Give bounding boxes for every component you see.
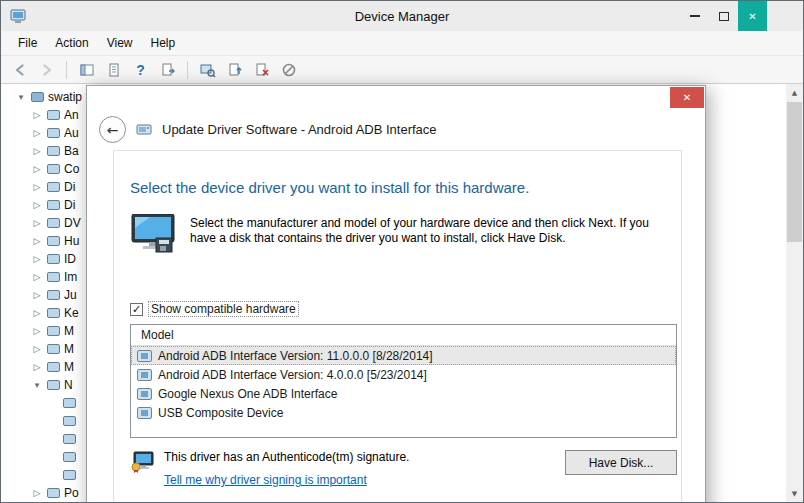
- close-icon: ✕: [748, 11, 756, 22]
- export-list-icon: [160, 62, 176, 78]
- tree-expander-icon[interactable]: ▷: [31, 218, 43, 228]
- network-adapter-icon: [63, 452, 76, 462]
- caption-buttons: ✕: [680, 1, 767, 31]
- android-device-icon: [47, 110, 60, 120]
- network-adapter-icon: [63, 470, 76, 480]
- portable-device-icon: [47, 488, 60, 498]
- driver-option-row[interactable]: Android ADB Interface Version: 4.0.0.0 […: [131, 365, 676, 384]
- driver-option-row[interactable]: Android ADB Interface Version: 11.0.0.0 …: [131, 346, 676, 365]
- properties-button[interactable]: [101, 58, 126, 81]
- close-window-button[interactable]: ✕: [738, 1, 767, 31]
- tree-expander-icon[interactable]: ▷: [31, 110, 43, 120]
- driver-install-icon: [130, 214, 176, 256]
- network-adapter-icon: [63, 416, 76, 426]
- hid-icon: [47, 236, 60, 246]
- tree-expander-icon[interactable]: ▷: [31, 272, 43, 282]
- tree-expander-icon[interactable]: ▷: [31, 290, 43, 300]
- tree-item-label: Po: [64, 486, 79, 500]
- tree-expander-icon[interactable]: ▷: [31, 146, 43, 156]
- tree-item-label: Im: [64, 270, 77, 284]
- export-list-button[interactable]: [155, 58, 180, 81]
- toolbar-back-button[interactable]: [7, 58, 32, 81]
- tree-expander-icon[interactable]: ▷: [31, 254, 43, 264]
- signature-texts: This driver has an Authenticode(tm) sign…: [164, 450, 409, 487]
- show-compatible-label[interactable]: Show compatible hardware: [149, 302, 298, 316]
- menu-item[interactable]: View: [98, 36, 142, 50]
- dialog-header: ← Update Driver Software - Android ADB I…: [99, 116, 437, 143]
- scroll-up-button[interactable]: ▲: [786, 84, 803, 101]
- scroll-down-button[interactable]: ▼: [786, 485, 803, 502]
- update-driver-button[interactable]: [222, 58, 247, 81]
- driver-option-label: USB Composite Device: [158, 406, 283, 420]
- show-compatible-checkbox[interactable]: ✓: [130, 303, 143, 316]
- tree-item-label: Ba: [64, 144, 79, 158]
- back-button[interactable]: ←: [99, 116, 126, 143]
- tree-expander-icon[interactable]: ▷: [31, 200, 43, 210]
- have-disk-button[interactable]: Have Disk...: [565, 450, 677, 475]
- menu-item[interactable]: Action: [46, 36, 97, 50]
- tree-expander-icon[interactable]: ▷: [31, 344, 43, 354]
- tree-item-label: Ke: [64, 306, 79, 320]
- tree-item-label: M: [64, 342, 74, 356]
- network-adapter-icon: [63, 434, 76, 444]
- driver-option-row[interactable]: USB Composite Device: [131, 403, 676, 422]
- toolbar: ?: [1, 56, 803, 84]
- disk-drive-icon: [47, 182, 60, 192]
- toolbar-forward-button[interactable]: [34, 58, 59, 81]
- tree-expander-icon[interactable]: ▷: [31, 128, 43, 138]
- vertical-scrollbar[interactable]: ▲ ▼: [786, 84, 803, 502]
- signature-row: This driver has an Authenticode(tm) sign…: [130, 450, 677, 487]
- menu-bar: File Action View Help: [1, 31, 803, 56]
- device-manager-window: Device Manager ✕ File Action View Help: [0, 0, 804, 503]
- tree-expander-icon[interactable]: ▷: [31, 488, 43, 498]
- disable-icon: [281, 62, 297, 78]
- model-column-header[interactable]: Model: [131, 325, 676, 346]
- tree-item-label: ID: [64, 252, 76, 266]
- minimize-button[interactable]: [680, 1, 709, 31]
- tree-expander-icon[interactable]: ▷: [31, 182, 43, 192]
- title-bar[interactable]: Device Manager ✕: [1, 1, 803, 31]
- ide-controller-icon: [47, 254, 60, 264]
- signature-text: This driver has an Authenticode(tm) sign…: [164, 450, 409, 464]
- show-console-tree-button[interactable]: [74, 58, 99, 81]
- tree-expander-icon[interactable]: ▾: [15, 92, 27, 102]
- tree-expander-icon[interactable]: ▷: [31, 326, 43, 336]
- maximize-icon: [719, 12, 729, 21]
- driver-update-icon: [136, 122, 152, 137]
- toolbar-separator: [66, 61, 67, 79]
- tree-expander-icon[interactable]: ▷: [31, 236, 43, 246]
- disable-device-button[interactable]: [276, 58, 301, 81]
- uninstall-device-button[interactable]: [249, 58, 274, 81]
- usb-device-icon: [137, 407, 152, 419]
- page-heading: Select the device driver you want to ins…: [130, 179, 677, 196]
- wizard-content-pane: Select the device driver you want to ins…: [113, 150, 682, 503]
- adb-device-icon: [137, 350, 152, 362]
- update-driver-dialog: ✕ ← Update Driver Software - Android ADB…: [86, 85, 706, 503]
- driver-signing-link[interactable]: Tell me why driver signing is important: [164, 473, 367, 487]
- menu-item[interactable]: Help: [142, 36, 185, 50]
- tree-expander-icon[interactable]: ▾: [31, 380, 43, 390]
- monitor-icon: [47, 344, 60, 354]
- dialog-close-button[interactable]: ✕: [670, 87, 704, 108]
- instruction-text: Select the manufacturer and model of you…: [190, 214, 662, 256]
- maximize-button[interactable]: [709, 1, 738, 31]
- network-adapter-icon: [63, 398, 76, 408]
- tree-item-label: Di: [64, 180, 75, 194]
- check-icon: ✓: [132, 304, 141, 315]
- imaging-device-icon: [47, 272, 60, 282]
- tree-expander-icon[interactable]: ▷: [31, 362, 43, 372]
- scroll-thumb[interactable]: [787, 102, 802, 242]
- mouse-icon: [47, 326, 60, 336]
- back-arrow-icon: ←: [107, 122, 119, 138]
- scan-hardware-changes-button[interactable]: [195, 58, 220, 81]
- menu-item[interactable]: File: [9, 36, 46, 50]
- dialog-title: Update Driver Software - Android ADB Int…: [162, 122, 437, 137]
- back-arrow-icon: [12, 62, 28, 78]
- help-button[interactable]: ?: [128, 58, 153, 81]
- show-compatible-row: ✓ Show compatible hardware: [130, 302, 677, 316]
- driver-option-row[interactable]: Google Nexus One ADB Interface: [131, 384, 676, 403]
- uninstall-icon: [254, 62, 270, 78]
- tree-expander-icon[interactable]: ▷: [31, 164, 43, 174]
- tree-expander-icon[interactable]: ▷: [31, 308, 43, 318]
- display-adapter-icon: [47, 200, 60, 210]
